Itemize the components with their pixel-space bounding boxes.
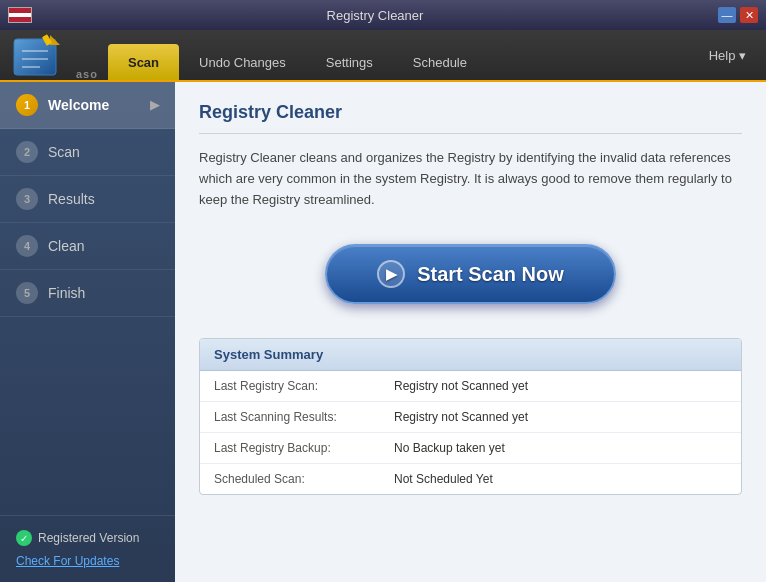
sidebar-item-scan[interactable]: 2 Scan <box>0 129 175 176</box>
summary-value-1: Registry not Scanned yet <box>394 410 528 424</box>
window-title: Registry Cleaner <box>32 8 718 23</box>
sidebar-label-clean: Clean <box>48 238 85 254</box>
step-circle-3: 3 <box>16 188 38 210</box>
summary-row-1: Last Scanning Results: Registry not Scan… <box>200 402 741 433</box>
registered-label: Registered Version <box>38 531 139 545</box>
check-updates-link[interactable]: Check For Updates <box>16 554 159 568</box>
content-description: Registry Cleaner cleans and organizes th… <box>199 148 742 210</box>
step-circle-1: 1 <box>16 94 38 116</box>
summary-header: System Summary <box>200 339 741 371</box>
sidebar-bottom: ✓ Registered Version Check For Updates <box>0 515 175 582</box>
summary-row-2: Last Registry Backup: No Backup taken ye… <box>200 433 741 464</box>
summary-label-3: Scheduled Scan: <box>214 472 394 486</box>
content-title: Registry Cleaner <box>199 102 742 134</box>
main-container: 1 Welcome ▶ 2 Scan 3 Results 4 Clean 5 F… <box>0 82 766 582</box>
sidebar-item-results[interactable]: 3 Results <box>0 176 175 223</box>
sidebar-item-clean[interactable]: 4 Clean <box>0 223 175 270</box>
svg-rect-0 <box>14 39 56 75</box>
tab-undo[interactable]: Undo Changes <box>179 44 306 80</box>
step-circle-4: 4 <box>16 235 38 257</box>
step-circle-2: 2 <box>16 141 38 163</box>
summary-row-0: Last Registry Scan: Registry not Scanned… <box>200 371 741 402</box>
registered-badge: ✓ Registered Version <box>16 530 159 546</box>
content-area: Registry Cleaner Registry Cleaner cleans… <box>175 82 766 582</box>
nav-tabs: Scan Undo Changes Settings Schedule <box>108 30 699 80</box>
summary-label-2: Last Registry Backup: <box>214 441 394 455</box>
svg-marker-1 <box>50 35 60 45</box>
summary-value-2: No Backup taken yet <box>394 441 505 455</box>
scan-button-container: ▶ Start Scan Now <box>199 224 742 324</box>
summary-label-0: Last Registry Scan: <box>214 379 394 393</box>
start-scan-label: Start Scan Now <box>417 263 564 286</box>
sidebar-label-welcome: Welcome <box>48 97 109 113</box>
start-scan-button[interactable]: ▶ Start Scan Now <box>325 244 616 304</box>
window-controls: — ✕ <box>718 7 758 23</box>
aso-label: aso <box>76 68 98 80</box>
title-bar-left <box>8 7 32 23</box>
summary-label-1: Last Scanning Results: <box>214 410 394 424</box>
green-check-icon: ✓ <box>16 530 32 546</box>
sidebar-item-welcome[interactable]: 1 Welcome ▶ <box>0 82 175 129</box>
tab-scan[interactable]: Scan <box>108 44 179 80</box>
minimize-button[interactable]: — <box>718 7 736 23</box>
sidebar-arrow-welcome: ▶ <box>150 98 159 112</box>
flag-icon <box>8 7 32 23</box>
tab-settings[interactable]: Settings <box>306 44 393 80</box>
toolbar: aso Scan Undo Changes Settings Schedule … <box>0 30 766 82</box>
summary-value-3: Not Scheduled Yet <box>394 472 493 486</box>
sidebar: 1 Welcome ▶ 2 Scan 3 Results 4 Clean 5 F… <box>0 82 175 582</box>
sidebar-item-finish[interactable]: 5 Finish <box>0 270 175 317</box>
title-bar: Registry Cleaner — ✕ <box>0 0 766 30</box>
summary-row-3: Scheduled Scan: Not Scheduled Yet <box>200 464 741 494</box>
sidebar-label-results: Results <box>48 191 95 207</box>
app-logo <box>10 30 66 80</box>
sidebar-label-scan: Scan <box>48 144 80 160</box>
help-button[interactable]: Help ▾ <box>699 44 756 67</box>
sidebar-label-finish: Finish <box>48 285 85 301</box>
system-summary: System Summary Last Registry Scan: Regis… <box>199 338 742 495</box>
summary-value-0: Registry not Scanned yet <box>394 379 528 393</box>
tab-schedule[interactable]: Schedule <box>393 44 487 80</box>
play-icon: ▶ <box>377 260 405 288</box>
step-circle-5: 5 <box>16 282 38 304</box>
close-button[interactable]: ✕ <box>740 7 758 23</box>
